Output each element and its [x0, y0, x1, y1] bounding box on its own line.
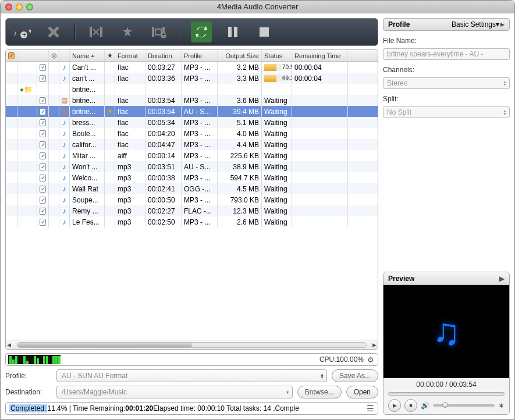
status-text1: 11.4% | Time Remaining:	[47, 404, 125, 412]
col-star[interactable]: ★	[105, 50, 115, 61]
pause-button[interactable]	[222, 22, 243, 42]
music-icon: ♪	[62, 74, 66, 83]
filename-field[interactable]: britney spears-everytime - AU -	[383, 48, 510, 60]
caret-icon: ▲▼	[503, 80, 507, 86]
col-name[interactable]: Name	[70, 50, 105, 61]
col-format[interactable]: Format	[115, 50, 145, 61]
table-row[interactable]: ♪Wall Ratmp300:02:41OGG -...4.5 MBWaitin…	[6, 183, 378, 194]
app-window: 4Media Audio Converter ♪+▾ +	[0, 0, 515, 420]
file-table: ◎ Name ★ Format Duration Profile Output …	[5, 49, 378, 350]
table-header: ◎ Name ★ Format Duration Profile Output …	[6, 50, 378, 62]
music-icon: ♪	[62, 184, 66, 193]
row-checkbox[interactable]	[40, 130, 46, 137]
add-profile-button[interactable]: +	[148, 22, 169, 42]
row-checkbox[interactable]	[40, 141, 46, 148]
destination-value: /Users/Maggie/Music	[62, 388, 127, 396]
table-row[interactable]: ♪Le Fes...mp300:02:50MP3 - ...2.6 MBWait…	[6, 216, 378, 227]
cpu-label: CPU:100.00%	[319, 355, 364, 364]
col-status[interactable]: Status	[262, 50, 292, 61]
add-file-button[interactable]: ♪+▾	[12, 22, 33, 42]
col-disc[interactable]: ◎	[49, 50, 59, 61]
table-row[interactable]: ♪califor...flac00:04:47MP3 - ...4.4 MBWa…	[6, 139, 378, 150]
filename-label: File Name:	[383, 37, 510, 45]
table-row[interactable]: ♪Can't ...flac00:03:27MP3 - ...3.2 MB70.…	[6, 62, 378, 73]
svg-text:▾: ▾	[29, 27, 31, 35]
svg-text:♪: ♪	[13, 29, 17, 37]
preview-seekbar[interactable]	[388, 392, 505, 396]
advance-icon[interactable]: ▶	[500, 22, 505, 27]
snapshot-icon[interactable]: ✶	[498, 401, 505, 410]
effects-button[interactable]	[117, 22, 138, 42]
status-text2: Elapsed time: 00:00:10 Total tasks: 14 ,…	[153, 404, 299, 412]
table-row[interactable]: ♪can't ...flac00:03:36MP3 - ...3.3 MB69.…	[6, 73, 378, 84]
music-icon: ♪	[62, 63, 66, 72]
svg-text:+: +	[162, 31, 166, 38]
svg-rect-6	[90, 27, 92, 37]
titlebar: 4Media Audio Converter	[1, 1, 514, 13]
play-button[interactable]: ▶	[388, 399, 401, 412]
table-row[interactable]: ▤britne...★flac00:03:54AU - S...39.4 MBW…	[6, 106, 378, 117]
destination-select[interactable]: /Users/Maggie/Music▼	[56, 386, 293, 398]
row-checkbox[interactable]	[40, 97, 46, 104]
table-row[interactable]: ● 📁britne...	[6, 84, 378, 95]
table-row[interactable]: ♪bress...flac00:05:34MP3 - ...5.1 MBWait…	[6, 117, 378, 128]
profile-select[interactable]: AU - SUN AU Format▲▼	[56, 369, 327, 382]
channels-select[interactable]: Stereo▲▼	[383, 77, 510, 89]
table-row[interactable]: ♪Soupe...mp300:00:50MP3 - ...793.0 KBWai…	[6, 194, 378, 205]
row-checkbox[interactable]	[40, 119, 46, 126]
browse-button[interactable]: Browse...	[297, 386, 342, 398]
row-checkbox[interactable]	[40, 163, 46, 170]
clip-button[interactable]	[86, 22, 106, 42]
open-button[interactable]: Open	[346, 386, 378, 398]
stop-preview-button[interactable]: ■	[404, 399, 417, 412]
svg-marker-10	[123, 27, 132, 37]
basic-settings-toggle[interactable]: Basic Settings▾	[452, 20, 499, 29]
split-select[interactable]: No Split▲▼	[383, 106, 510, 118]
gear-icon[interactable]: ⚙	[367, 355, 374, 364]
row-checkbox[interactable]	[40, 75, 46, 82]
table-row[interactable]: ♪Won't ...mp300:03:51AU - S...38.9 MBWai…	[6, 161, 378, 172]
preview-title: Preview	[388, 275, 414, 283]
volume-slider[interactable]	[433, 404, 495, 407]
doc-icon: ▤	[61, 97, 68, 105]
h-scrollbar[interactable]	[17, 342, 367, 348]
row-checkbox[interactable]	[40, 152, 46, 159]
svg-rect-17	[234, 27, 237, 37]
table-row[interactable]: ▤britne...flac00:03:54MP3 - ...3.6 MBWai…	[6, 95, 378, 106]
svg-text:+: +	[22, 31, 26, 39]
header-checkbox[interactable]	[8, 52, 15, 59]
save-as-button[interactable]: Save As...	[332, 369, 378, 382]
col-output-size[interactable]: Output Size	[218, 50, 262, 61]
col-profile[interactable]: Profile	[182, 50, 218, 61]
window-title: 4Media Audio Converter	[1, 2, 514, 11]
row-checkbox[interactable]	[40, 208, 46, 215]
profile-panel-header: Profile Basic Settings▾ ▶	[383, 18, 510, 31]
row-checkbox[interactable]	[40, 186, 46, 193]
preview-expand-icon[interactable]: ▶	[499, 275, 505, 283]
scroll-right-icon[interactable]: ▶	[372, 342, 377, 348]
col-duration[interactable]: Duration	[145, 50, 182, 61]
task-list-icon[interactable]: ☰	[367, 404, 374, 413]
caret-icon: ▲▼	[320, 373, 324, 379]
row-checkbox[interactable]	[40, 175, 46, 181]
music-icon: ♪	[62, 207, 66, 215]
row-checkbox[interactable]	[40, 64, 46, 71]
volume-icon: 🔊	[421, 401, 429, 410]
convert-button[interactable]	[191, 22, 212, 42]
cpu-bars	[8, 355, 61, 364]
music-note-icon: ♫	[432, 310, 460, 353]
row-checkbox[interactable]	[40, 108, 46, 115]
table-row[interactable]: ♪Remy ...mp300:02:27FLAC -...12.3 MBWait…	[6, 205, 378, 216]
svg-rect-18	[260, 27, 269, 37]
profile-panel-title: Profile	[388, 20, 410, 29]
table-row[interactable]: ♪Boule...flac00:04:20MP3 - ...4.0 MBWait…	[6, 128, 378, 139]
delete-button[interactable]	[43, 22, 64, 42]
row-checkbox[interactable]	[40, 219, 46, 226]
scroll-left-icon[interactable]: ◀	[7, 342, 11, 348]
row-checkbox[interactable]	[40, 197, 46, 204]
table-row[interactable]: ♪Welco...mp300:00:38MP3 - ...594.7 KBWai…	[6, 172, 378, 183]
table-row[interactable]: ♪Mitar ...aiff00:00:14MP3 - ...225.6 KBW…	[6, 150, 378, 161]
music-icon: ♪	[62, 195, 66, 204]
stop-button[interactable]	[254, 22, 275, 42]
col-remaining[interactable]: Remaining Time	[292, 50, 348, 61]
